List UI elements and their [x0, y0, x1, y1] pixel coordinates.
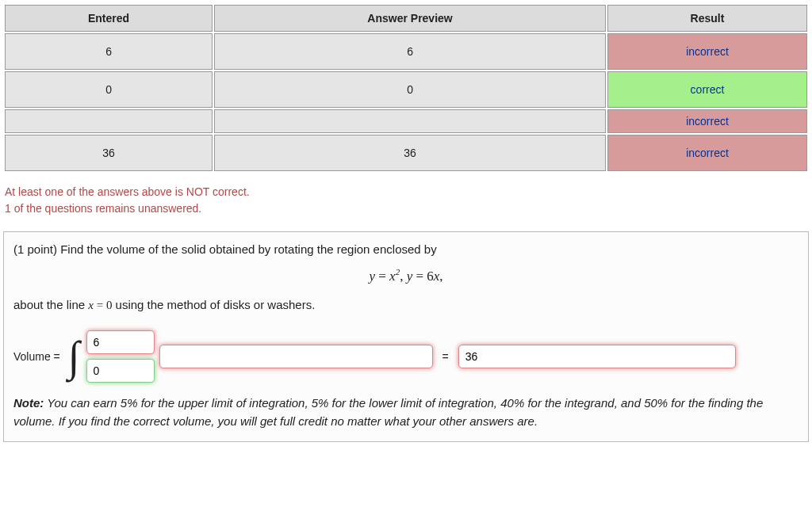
- feedback-messages: At least one of the answers above is NOT…: [5, 184, 809, 217]
- integral-icon: ∫: [67, 337, 82, 376]
- preview-cell: 36: [214, 135, 606, 171]
- problem-box: (1 point) Find the volume of the solid o…: [3, 231, 809, 442]
- col-result: Result: [607, 5, 807, 32]
- problem-intro: (1 point) Find the volume of the solid o…: [13, 240, 799, 259]
- lower-limit-input[interactable]: [86, 359, 155, 383]
- preview-cell: 0: [214, 71, 606, 108]
- feedback-line-1: At least one of the answers above is NOT…: [5, 184, 809, 200]
- equals-sign: =: [438, 350, 454, 363]
- result-cell: incorrect: [607, 135, 807, 171]
- entered-cell: 36: [5, 135, 213, 171]
- preview-cell: [214, 109, 606, 133]
- feedback-line-2: 1 of the questions remains unanswered.: [5, 200, 809, 217]
- upper-limit-input[interactable]: [86, 330, 155, 354]
- final-answer-input[interactable]: [458, 345, 736, 368]
- problem-equation: y = x2, y = 6x,: [13, 267, 799, 284]
- volume-label: Volume =: [13, 350, 60, 363]
- result-cell: incorrect: [607, 33, 807, 70]
- entered-cell: 6: [5, 33, 213, 70]
- grading-note: Note: You can earn 5% for the upper limi…: [13, 394, 799, 431]
- integrand-input[interactable]: [159, 345, 433, 368]
- result-cell: incorrect: [607, 109, 807, 133]
- col-preview: Answer Preview: [214, 5, 606, 32]
- col-entered: Entered: [5, 5, 213, 32]
- results-table: Entered Answer Preview Result 66incorrec…: [3, 3, 809, 173]
- preview-cell: 6: [214, 33, 606, 70]
- result-cell: correct: [607, 71, 807, 108]
- entered-cell: 0: [5, 71, 213, 108]
- volume-row: Volume = ∫ =: [13, 330, 799, 383]
- entered-cell: [5, 109, 213, 133]
- problem-about: about the line x = 0 using the method of…: [13, 296, 799, 315]
